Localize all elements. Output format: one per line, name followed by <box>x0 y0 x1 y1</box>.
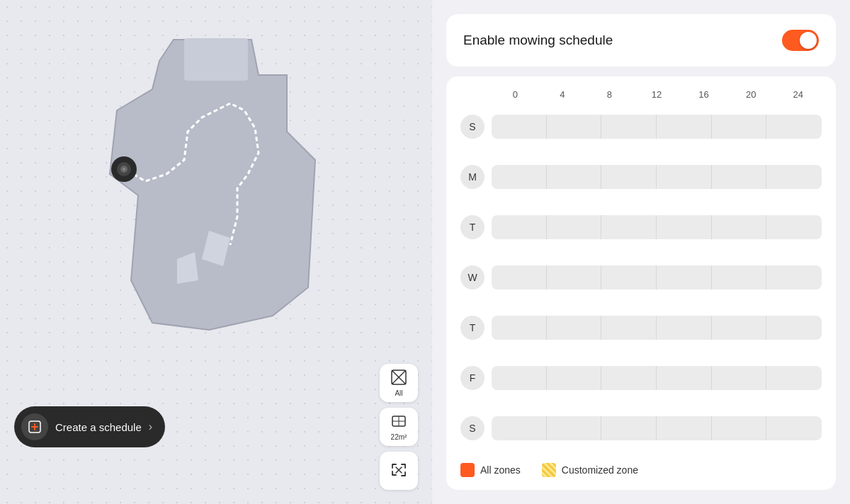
all-zones-tool[interactable]: All <box>380 364 418 402</box>
legend-all-zones: All zones <box>460 463 521 477</box>
lawn-map-svg <box>67 18 365 415</box>
all-zones-legend-label: All zones <box>480 464 521 476</box>
time-seg <box>492 265 547 290</box>
time-seg <box>548 316 602 340</box>
saturday-row: S <box>460 406 822 450</box>
monday-row: M <box>460 154 822 199</box>
robot-mower <box>111 156 137 182</box>
hour-16: 16 <box>680 89 727 100</box>
time-seg <box>767 165 821 189</box>
create-schedule-button[interactable]: Create a schedule › <box>14 406 165 447</box>
tuesday-row: T <box>460 205 822 249</box>
legend: All zones Customized zone <box>460 460 822 477</box>
bottom-bar: Create a schedule › All <box>14 364 418 490</box>
friday-timeline[interactable] <box>492 366 822 390</box>
saturday-label: S <box>460 416 484 440</box>
time-seg <box>492 215 547 239</box>
time-seg <box>602 316 657 340</box>
tuesday-label: T <box>460 215 484 239</box>
time-seg <box>657 366 712 390</box>
saturday-timeline[interactable] <box>492 416 822 440</box>
fit-view-icon <box>390 462 407 481</box>
time-seg <box>767 316 821 340</box>
day-rows: S M <box>460 104 822 450</box>
sunday-label: S <box>460 115 484 139</box>
all-zones-label: All <box>395 389 402 397</box>
friday-label: F <box>460 366 484 390</box>
time-seg <box>492 316 547 340</box>
time-seg <box>602 115 657 139</box>
schedule-arrow: › <box>149 420 152 433</box>
time-seg <box>602 215 657 239</box>
enable-schedule-label: Enable mowing schedule <box>463 33 613 48</box>
area-icon <box>390 413 407 432</box>
hour-4: 4 <box>539 89 586 100</box>
time-seg <box>713 316 767 340</box>
sunday-row: S <box>460 104 822 149</box>
sunday-timeline[interactable] <box>492 115 822 139</box>
time-seg <box>657 416 712 440</box>
time-seg <box>492 366 547 390</box>
monday-timeline[interactable] <box>492 165 822 189</box>
lawn-shape <box>110 40 315 330</box>
time-seg <box>713 115 767 139</box>
schedule-panel: Enable mowing schedule 0 4 8 12 16 20 24… <box>432 0 850 504</box>
upper-notch <box>184 38 248 81</box>
area-tool[interactable]: 22m² <box>380 408 418 446</box>
time-seg <box>602 366 657 390</box>
map-tools: All 22m² <box>380 364 418 490</box>
time-seg <box>548 416 602 440</box>
time-seg <box>657 215 712 239</box>
tuesday-timeline[interactable] <box>492 215 822 239</box>
hour-20: 20 <box>727 89 775 100</box>
time-seg <box>713 366 767 390</box>
all-zones-color <box>460 463 475 477</box>
time-seg <box>657 265 712 290</box>
customized-zone-color <box>542 463 556 477</box>
hour-0: 0 <box>492 89 539 100</box>
time-seg <box>713 416 767 440</box>
all-zones-icon <box>390 369 407 388</box>
thursday-label: T <box>460 316 484 340</box>
map-area <box>21 14 411 419</box>
fit-view-tool[interactable] <box>380 452 418 490</box>
hour-labels-row: 0 4 8 12 16 20 24 <box>492 89 822 100</box>
enable-schedule-toggle[interactable] <box>782 30 819 51</box>
time-seg <box>602 165 657 189</box>
thursday-timeline[interactable] <box>492 316 822 340</box>
time-seg <box>713 165 767 189</box>
time-seg <box>657 115 712 139</box>
hour-24: 24 <box>774 89 822 100</box>
hour-8: 8 <box>586 89 633 100</box>
time-seg <box>492 165 547 189</box>
area-label: 22m² <box>391 433 407 441</box>
time-seg <box>602 416 657 440</box>
enable-schedule-card: Enable mowing schedule <box>446 14 836 67</box>
time-seg <box>492 416 547 440</box>
wednesday-row: W <box>460 255 822 299</box>
monday-label: M <box>460 165 484 189</box>
time-seg <box>657 316 712 340</box>
customized-zone-legend-label: Customized zone <box>562 464 638 476</box>
time-seg <box>767 416 821 440</box>
time-seg <box>767 115 821 139</box>
time-seg <box>657 165 712 189</box>
schedule-icon <box>21 413 48 440</box>
time-seg <box>548 115 602 139</box>
legend-customized-zone: Customized zone <box>542 463 638 477</box>
time-seg <box>713 265 767 290</box>
schedule-grid-card: 0 4 8 12 16 20 24 S <box>446 76 836 490</box>
time-seg <box>767 265 821 290</box>
time-seg <box>713 215 767 239</box>
map-panel: Create a schedule › All <box>0 0 432 504</box>
time-seg <box>767 215 821 239</box>
wednesday-timeline[interactable] <box>492 265 822 290</box>
create-schedule-label: Create a schedule <box>55 421 142 433</box>
time-seg <box>602 265 657 290</box>
time-seg <box>548 215 602 239</box>
friday-row: F <box>460 355 822 400</box>
wednesday-label: W <box>460 265 484 290</box>
time-seg <box>548 165 602 189</box>
svg-point-3 <box>123 168 125 171</box>
time-seg <box>548 366 602 390</box>
